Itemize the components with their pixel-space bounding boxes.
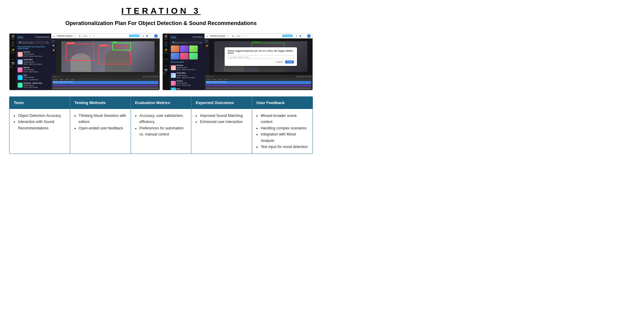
song-info-empower: Empower - Upbeat Jazz (Instrumental) 01:…	[24, 82, 42, 89]
timeline-icons: ✂ 🗑 ↩ △ ✕	[52, 76, 61, 78]
nav-icon-media[interactable]: 🎬 Media	[11, 35, 15, 40]
evaluation-table: Tests Testing Methods Evaluation Metrics…	[9, 96, 313, 154]
timeline-controls-right: ✂ 🗑 ↩ △ ✕ ▶ 01:03:00 | 01:20:16	[206, 76, 312, 78]
song-thumb-drip	[18, 75, 23, 80]
dropdown-icon-right[interactable]: ▾	[227, 35, 228, 37]
thumb-3[interactable]	[189, 45, 198, 52]
right-tools-left: Smart tools 🔍 ⚡	[51, 38, 56, 75]
music-panel-tabs-right: Music Sound Effects	[169, 35, 204, 39]
thumb-2[interactable]	[180, 45, 189, 52]
export-btn-right[interactable]: ⬆ Export	[282, 34, 293, 37]
thumb-5[interactable]	[180, 53, 189, 60]
video-area-left: person: 0.95 person: 0.94 0.77	[56, 38, 160, 75]
nav-icon-text[interactable]: T Text	[12, 55, 14, 60]
play-icon-left[interactable]: ▶	[79, 35, 81, 37]
song-thumb-sunrise	[18, 67, 23, 72]
music-search-left[interactable]: 🔍 Search music ⚙	[18, 41, 50, 44]
cell-methods: Thinking Aloud Sessions with editors Ope…	[70, 109, 131, 154]
timeline-controls-left: ✂ 🗑 ↩ △ ✕ ▶ 01:03:00 | 01:20:16	[52, 76, 158, 78]
nav-icon-stock[interactable]: 📷 Stock videos	[9, 62, 16, 68]
speed-tool[interactable]: ⚡	[52, 49, 55, 52]
dialog-cancel-btn[interactable]: Cancel	[275, 60, 284, 63]
smart-tools-label: Smart tools	[51, 39, 56, 43]
project-name-right[interactable]: Untitled project	[210, 35, 226, 37]
dialog-submit-btn[interactable]: Submit	[285, 60, 294, 63]
nav-icon-media-right[interactable]: 🎬 Media	[164, 35, 168, 40]
right-tools-right: Magic Audio ⚡	[204, 38, 209, 75]
nav-icon-effects-right[interactable]: ✨ Effects	[164, 48, 168, 53]
page-main-title: ITERATION 3	[9, 6, 313, 16]
music-search-right[interactable]: 🔍 Search music ⚙	[171, 41, 203, 44]
song-sunroof[interactable]: Sunroof (Instrumental) 01:00 · Nicky You…	[16, 50, 51, 58]
song-info-sunroof-r: Sunroof (Instrumental) 03:00 · Nicky You…	[177, 64, 197, 71]
song-sunroof-right[interactable]: Sunroof (Instrumental) 03:00 · Nicky You…	[169, 64, 204, 71]
search-icon-right: 🔍	[172, 42, 175, 44]
feedback-item-1: Missed broader scene context	[261, 113, 308, 125]
play-icon-right[interactable]: ▶	[233, 35, 234, 37]
undo-icon-left[interactable]: ↩	[89, 35, 91, 37]
share-icon-right[interactable]: 👤	[299, 35, 301, 37]
tab-music[interactable]: Music	[18, 36, 23, 38]
song-goodvibes[interactable]: Good Vibes (Instrumental) 02:51 · Ellen …	[16, 58, 51, 66]
filter-icon-left[interactable]: ⚙	[47, 42, 48, 44]
nav-icon-effects[interactable]: ✨ Effects	[11, 48, 15, 53]
header-metrics: Evaluation Metrics	[131, 97, 192, 109]
export-btn-left[interactable]: ⬆ Export	[129, 34, 139, 37]
nav-icon-text-right[interactable]: T Text	[165, 62, 167, 67]
redo-icon-left[interactable]: ↪	[93, 35, 94, 37]
cell-metrics: Accuracy, user satisfaction, efficiency …	[131, 109, 192, 154]
song-sunrise[interactable]: Sunrise (Instrumental) 02:31 · BCD Studi…	[16, 66, 51, 74]
header-tests: Tests	[9, 97, 70, 109]
more-icon-right[interactable]: ···	[303, 35, 305, 37]
zoom-tool[interactable]: 🔍	[52, 45, 55, 47]
screenshots-row: 🎬 Media 🎵 Audio ✨ Effects T Text 📷	[9, 33, 313, 90]
outcome-item-1: Improved Sound Matching	[200, 113, 248, 119]
thumb-6[interactable]	[189, 53, 198, 60]
tab-sfx-right[interactable]: Sound Effects	[192, 36, 203, 38]
thumb-1[interactable]	[171, 45, 179, 52]
test-item-2: Interaction with Sound Recommendations	[18, 119, 66, 131]
speed-tool-r[interactable]: ⚡	[205, 45, 208, 47]
settings-icon-left[interactable]: ⚙	[143, 35, 144, 37]
settings-icon-right[interactable]: ⚙	[296, 35, 297, 37]
timeline-ruler-right: 00:00 01:00 02:00 03:00	[206, 78, 312, 80]
page-subtitle: Operationalization Plan For Object Detec…	[9, 20, 313, 27]
mockup-main-left: ☁ Untitled project ▾ ▶ 100% ↩ ↪ ⬆ Export…	[51, 34, 160, 90]
song-drip[interactable]: Drip (Instrumental) 00:42 · GiveMeFive	[16, 74, 51, 81]
dropdown-icon-left[interactable]: ▾	[74, 35, 75, 37]
cell-tests: Object Detection Accuracy Interaction wi…	[9, 109, 70, 154]
redo-icon-right[interactable]: ↪	[246, 35, 247, 37]
timeline-track-bg-right	[206, 87, 312, 89]
tab-music-right[interactable]: Music	[171, 36, 176, 38]
video-area-right: person: 0.53 Please suggest keywords you…	[209, 38, 313, 75]
keyword-input[interactable]	[228, 55, 294, 59]
undo-icon-right[interactable]: ↩	[242, 35, 244, 37]
nav-icon-photos-right[interactable]: 🖼 Photos	[164, 55, 168, 60]
share-icon-left[interactable]: 👤	[146, 35, 148, 37]
project-name-left[interactable]: Untitled project	[57, 35, 72, 37]
timeline-track-audio-left	[52, 85, 158, 87]
avatar-left: S	[154, 34, 158, 38]
nav-icon-stock-right[interactable]: 📷 Stock videos	[163, 68, 169, 75]
music-panel-right: Music Sound Effects 🔍 Search music ⚙	[169, 34, 204, 90]
timeline-ruler-left: 00:00 01:00 02:00 03:00	[52, 78, 158, 80]
search-placeholder-right: Search music	[175, 42, 186, 44]
tab-ai[interactable]: AI Suggested Music	[35, 36, 50, 38]
thumb-4[interactable]	[171, 53, 179, 60]
cell-outcomes: Improved Sound Matching Enhanced user in…	[191, 109, 252, 154]
nav-icon-audio-right[interactable]: 🎵 Audio	[164, 42, 168, 46]
nav-icon-audio[interactable]: 🎵 Audio	[11, 42, 15, 46]
song-thumb-goodvibes	[18, 60, 23, 64]
header-outcomes: Expected Outcomes	[191, 97, 252, 109]
timeline-icons-r: ✂ 🗑 ↩ △ ✕	[206, 76, 214, 78]
song-drip-right[interactable]: Drip 00:42 · GiveMeFive	[169, 87, 204, 90]
song-empower[interactable]: Empower - Upbeat Jazz (Instrumental) 01:…	[16, 81, 51, 89]
more-icon-left[interactable]: ···	[150, 35, 151, 37]
song-sunrise-right[interactable]: Sunrise (Instrumental) 00:31 · BCD Studi…	[169, 79, 204, 87]
song-goodvibes-right[interactable]: Good Vibes (Instrumental) 02:51 · Ellen …	[169, 71, 204, 79]
song-thumb-goodvibes-r	[171, 73, 176, 78]
song-thumb-drip-r	[171, 88, 176, 90]
song-info-sunrise-r: Sunrise (Instrumental) 00:31 · BCD Studi…	[177, 80, 191, 86]
filter-icon-right[interactable]: ⚙	[200, 42, 201, 44]
timeline-track-video-left: Marvel - Human.mp4 · 01:20:16	[52, 81, 158, 84]
